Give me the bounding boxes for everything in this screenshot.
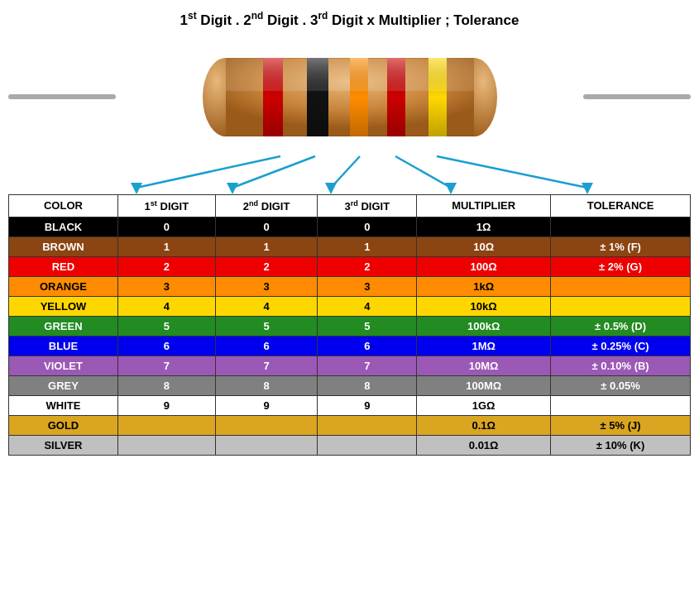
table-cell: BLACK [9, 217, 118, 236]
table-cell: ± 0.5% (D) [551, 316, 691, 336]
table-cell [551, 395, 691, 415]
table-cell: 3 [318, 276, 417, 296]
table-cell: 5 [318, 316, 417, 336]
svg-marker-21 [325, 183, 337, 194]
table-cell: ± 5% (J) [551, 415, 691, 435]
table-cell [318, 415, 417, 435]
svg-rect-15 [226, 58, 474, 91]
col-header-tol: TOLERANCE [551, 194, 691, 217]
table-cell: 7 [117, 356, 215, 375]
svg-marker-19 [227, 183, 238, 194]
table-cell: BROWN [9, 236, 118, 256]
col-header-mult: MULTIPLIER [417, 194, 551, 217]
lead-wire-right [583, 94, 691, 99]
table-cell: 10kΩ [417, 296, 551, 316]
lead-wire-left [8, 94, 116, 99]
table-cell: GREEN [9, 316, 118, 336]
table-cell: 100kΩ [417, 316, 551, 336]
table-row: GREY888100MΩ± 0.05% [9, 375, 691, 395]
table-cell: 0 [318, 217, 417, 236]
table-cell: 0.01Ω [417, 435, 551, 455]
table-cell: ORANGE [9, 276, 118, 296]
table-cell [215, 415, 318, 435]
table-cell: ± 0.05% [551, 375, 691, 395]
col-header-d2: 2nd DIGIT [215, 194, 318, 217]
table-row: VIOLET77710MΩ± 0.10% (B) [9, 356, 691, 375]
table-cell: 8 [318, 375, 417, 395]
formula-line: 1st Digit . 2nd Digit . 3rd Digit x Mult… [8, 10, 691, 29]
table-cell: 8 [215, 375, 318, 395]
table-cell: 1MΩ [417, 336, 551, 356]
table-row: RED222100Ω± 2% (G) [9, 256, 691, 276]
table-cell: 0 [215, 217, 318, 236]
table-cell: YELLOW [9, 296, 118, 316]
table-cell: 1Ω [417, 217, 551, 236]
table-cell: 10Ω [417, 236, 551, 256]
table-cell: 1GΩ [417, 395, 551, 415]
table-row: GREEN555100kΩ± 0.5% (D) [9, 316, 691, 336]
table-cell: 2 [318, 256, 417, 276]
table-cell: 5 [215, 316, 318, 336]
table-cell: 100Ω [417, 256, 551, 276]
resistor-body [176, 58, 524, 136]
table-cell: 0.1Ω [417, 415, 551, 435]
table-cell [551, 217, 691, 236]
arrows-area [8, 155, 691, 194]
svg-marker-23 [445, 183, 457, 194]
svg-marker-17 [131, 183, 142, 194]
table-cell: 6 [117, 336, 215, 356]
svg-marker-25 [582, 183, 593, 194]
table-cell: WHITE [9, 395, 118, 415]
table-cell [318, 435, 417, 455]
table-cell: GOLD [9, 415, 118, 435]
table-cell: ± 10% (K) [551, 435, 691, 455]
table-cell: 9 [215, 395, 318, 415]
table-cell: 4 [215, 296, 318, 316]
table-cell: 100MΩ [417, 375, 551, 395]
table-cell: 9 [117, 395, 215, 415]
table-cell: 2 [117, 256, 215, 276]
svg-line-22 [395, 156, 451, 188]
table-row: WHITE9991GΩ [9, 395, 691, 415]
table-cell: 1 [318, 236, 417, 256]
arrows-svg [8, 155, 699, 194]
table-row: GOLD0.1Ω± 5% (J) [9, 415, 691, 435]
table-cell: ± 0.25% (C) [551, 336, 691, 356]
table-cell: 8 [117, 375, 215, 395]
table-row: BLACK0001Ω [9, 217, 691, 236]
table-cell: 4 [117, 296, 215, 316]
formula-text: 1st Digit . 2nd Digit . 3rd Digit x Mult… [180, 12, 519, 28]
color-code-table: COLOR 1st DIGIT 2nd DIGIT 3rd DIGIT MULT… [8, 194, 691, 456]
table-cell: 4 [318, 296, 417, 316]
table-cell: 1 [117, 236, 215, 256]
svg-line-24 [437, 156, 587, 188]
resistor-illustration [8, 33, 691, 161]
table-cell: 9 [318, 395, 417, 415]
table-row: ORANGE3331kΩ [9, 276, 691, 296]
table-cell: 2 [215, 256, 318, 276]
col-header-d1: 1st DIGIT [117, 194, 215, 217]
svg-line-16 [136, 156, 280, 188]
table-cell: 6 [215, 336, 318, 356]
table-cell: 3 [215, 276, 318, 296]
table-cell: 1kΩ [417, 276, 551, 296]
table-row: BLUE6661MΩ± 0.25% (C) [9, 336, 691, 356]
table-cell: ± 0.10% (B) [551, 356, 691, 375]
table-row: BROWN11110Ω± 1% (F) [9, 236, 691, 256]
table-row: SILVER0.01Ω± 10% (K) [9, 435, 691, 455]
table-cell: 1 [215, 236, 318, 256]
col-header-d3: 3rd DIGIT [318, 194, 417, 217]
table-cell [551, 276, 691, 296]
table-cell: 5 [117, 316, 215, 336]
table-cell [117, 435, 215, 455]
table-cell: RED [9, 256, 118, 276]
table-cell [117, 415, 215, 435]
table-cell [551, 296, 691, 316]
table-cell: 0 [117, 217, 215, 236]
table-cell: 3 [117, 276, 215, 296]
svg-line-18 [232, 156, 315, 188]
table-row: YELLOW44410kΩ [9, 296, 691, 316]
table-cell: 7 [318, 356, 417, 375]
table-cell [215, 435, 318, 455]
table-cell: ± 2% (G) [551, 256, 691, 276]
